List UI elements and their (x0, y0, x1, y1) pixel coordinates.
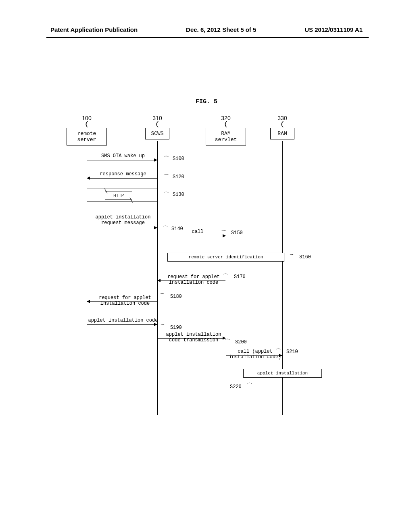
step-s130: S130 (173, 192, 184, 197)
tilde-icon: ⌒ (247, 382, 252, 389)
header-center: Dec. 6, 2012 Sheet 5 of 5 (186, 26, 256, 33)
lifeline-scws (157, 141, 158, 415)
tilde-icon: ⌒ (163, 191, 169, 198)
arrow-s180 (87, 301, 157, 302)
tilde-icon: ⌒ (160, 324, 165, 331)
sequence-diagram: 100 ( remote server 310 ( SCWS 320 ( RAM… (65, 115, 347, 417)
tilde-icon: ⌒ (223, 273, 228, 280)
tilde-icon: ⌒ (275, 348, 281, 355)
arrow-s170 (158, 281, 225, 281)
lifeline-scws-header: 310 ( SCWS (145, 115, 169, 139)
msg-s190: applet installation code (87, 318, 159, 323)
http-box: HTTP (105, 191, 132, 200)
step-s170: S170 (234, 274, 246, 280)
tilde-icon: ⌒ (225, 338, 230, 345)
lifeline-box: RAM (270, 128, 294, 139)
figure-title: FIG. 5 (0, 98, 413, 105)
line-s130-bottom (87, 202, 157, 202)
arrow-s210 (226, 355, 282, 356)
arrow-s120 (87, 178, 157, 179)
step-s200: S200 (235, 339, 247, 345)
step-s190: S190 (170, 325, 182, 330)
lifeline-remote-server (87, 141, 87, 415)
arrow-s100 (87, 160, 157, 160)
arrow-s190 (87, 324, 157, 325)
step-s160: S160 (299, 254, 311, 260)
header-left: Patent Application Publication (50, 26, 138, 33)
step-s180: S180 (170, 294, 182, 299)
step-s120: S120 (173, 174, 184, 180)
lifeline-box: SCWS (145, 128, 169, 139)
tilde-icon: ⌒ (163, 173, 169, 181)
msg-s150: call (177, 229, 218, 235)
arrow-s150 (158, 236, 225, 236)
arrow-s140 (87, 228, 157, 228)
arrow-s200 (158, 338, 225, 339)
header-right: US 2012/0311109 A1 (305, 26, 363, 33)
msg-s100: SMS OTA wake up (93, 153, 153, 159)
tilde-icon: ⌒ (159, 293, 165, 300)
tilde-icon: ⌒ (289, 254, 294, 261)
msg-s180: request for applet installation code (91, 295, 159, 306)
msg-s120: response message (93, 171, 153, 177)
header-divider (46, 37, 369, 38)
step-s100: S100 (173, 156, 184, 162)
step-s210: S210 (286, 349, 298, 355)
self-s160: remote server identification (167, 253, 284, 262)
self-s220: applet installation (243, 369, 322, 378)
tilde-icon: ⌒ (163, 225, 168, 232)
step-s220: S220 (230, 384, 242, 390)
page-header: Patent Application Publication Dec. 6, 2… (0, 0, 413, 37)
lifeline-ram-header: 330 ( RAM (270, 115, 294, 139)
msg-s200: applet installation code transmission (161, 332, 226, 343)
tilde-icon: ⌒ (221, 229, 227, 237)
tilde-icon: ⌒ (163, 155, 169, 162)
msg-s170: request for applet installation code (161, 274, 226, 285)
msg-s140: applet installation request message (89, 214, 157, 226)
step-s150: S150 (231, 230, 243, 236)
line-s130-top (87, 189, 157, 189)
